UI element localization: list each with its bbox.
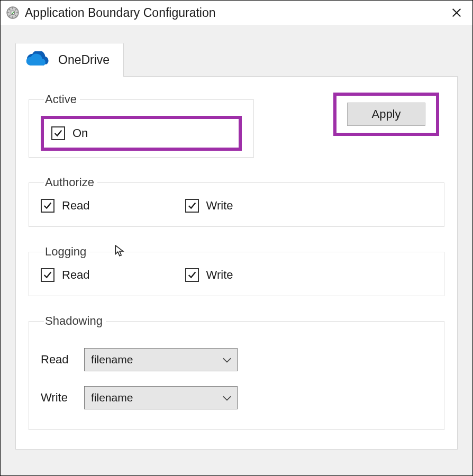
authorize-row: Read Write [41,199,432,213]
logging-row: Read Write [41,268,432,282]
chevron-down-icon [222,392,232,404]
active-group: Active On [29,93,254,158]
shadowing-legend: Shadowing [44,314,106,328]
apply-button[interactable]: Apply [347,103,425,126]
dialog-window: Application Boundary Configuration OneDr… [0,0,473,476]
apply-highlight: Apply [333,93,439,136]
tab-label: OneDrive [58,53,110,67]
logging-read-label: Read [62,268,90,282]
apply-wrap: Apply [333,93,439,136]
shadowing-write-label: Write [41,391,84,405]
active-apply-row: Active On Apply [29,93,444,158]
checkbox-box [51,126,65,140]
logging-write-checkbox[interactable]: Write [185,268,233,282]
authorize-legend: Authorize [44,176,97,189]
checkbox-box [185,268,199,282]
tab-panel: Active On Apply [15,76,458,450]
close-button[interactable] [446,2,467,23]
logging-legend: Logging [44,245,89,259]
checkbox-box [185,199,199,213]
on-checkbox[interactable]: On [51,126,88,140]
shadowing-write-combo[interactable]: filename [84,386,238,409]
checkbox-box [41,268,54,282]
titlebar: Application Boundary Configuration [1,1,472,25]
authorize-read-label: Read [62,199,90,213]
logging-write-label: Write [206,268,233,282]
tab-onedrive[interactable]: OneDrive [15,43,124,77]
on-highlight: On [41,116,242,151]
window-title: Application Boundary Configuration [25,6,446,20]
authorize-write-checkbox[interactable]: Write [185,199,233,213]
logging-read-checkbox[interactable]: Read [41,268,90,282]
tab-header: OneDrive [15,43,458,77]
shadowing-read-value: filename [91,353,133,366]
cursor-icon [115,245,124,260]
checkbox-box [41,199,54,213]
onedrive-icon [23,51,51,70]
shadowing-write-value: filename [91,391,133,404]
shadowing-read-combo[interactable]: filename [84,348,238,371]
chevron-down-icon [222,354,232,366]
authorize-write-label: Write [206,199,233,213]
content-area: OneDrive Active On [1,25,472,475]
shadowing-group: Shadowing Read filename Write filename [29,314,444,430]
shadowing-write-row: Write filename [41,386,432,409]
authorize-group: Authorize Read Write [29,176,444,227]
app-icon [6,6,20,20]
shadowing-read-row: Read filename [41,348,432,371]
active-legend: Active [44,93,80,106]
logging-group: Logging Read [29,245,444,296]
shadowing-read-label: Read [41,353,84,367]
authorize-read-checkbox[interactable]: Read [41,199,90,213]
on-label: On [72,126,88,140]
